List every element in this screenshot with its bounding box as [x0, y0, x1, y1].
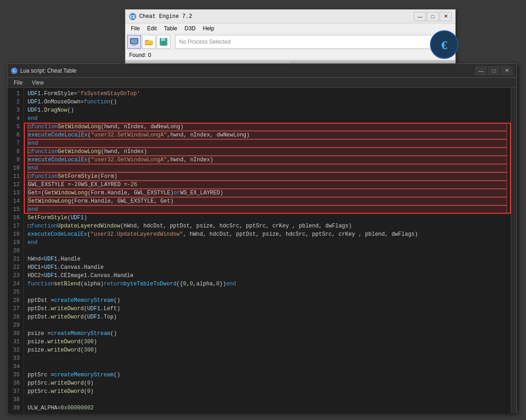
line-number: 23 — [7, 272, 23, 280]
line-number: 12 — [7, 181, 23, 189]
lua-menu-view[interactable]: View — [27, 79, 48, 87]
lua-menu-file[interactable]: File — [9, 79, 27, 87]
line-number: 22 — [7, 263, 23, 272]
line-number: 38 — [7, 396, 23, 404]
code-line: □ function SetWindowLong(hwnd, nIndex, d… — [28, 123, 507, 131]
lua-close-btn[interactable]: ✕ — [501, 66, 513, 75]
lua-maximize-btn[interactable]: □ — [488, 66, 500, 75]
found-label: Found: — [129, 52, 146, 58]
code-line: HDC1=UDF1.Canvas.Handle — [28, 263, 507, 272]
line-number: 37 — [7, 387, 23, 396]
code-line: pptSrc.writeDword(0) — [28, 387, 507, 396]
code-line: pptDst.writeDword(UDF1.Top) — [28, 313, 507, 321]
ce-icon: CE — [129, 13, 136, 20]
code-line — [28, 363, 507, 371]
line-number: 8 — [7, 148, 23, 156]
line-number: 27 — [7, 305, 23, 313]
ce-menu-edit[interactable]: Edit — [143, 23, 160, 34]
code-line — [28, 396, 507, 404]
found-value: 0 — [148, 52, 151, 58]
line-number: 28 — [7, 313, 23, 321]
ce-toolbar-btn3[interactable] — [157, 35, 170, 49]
line-number: 1 — [7, 90, 23, 98]
code-line: hWnd=UDF1.Handle — [28, 255, 507, 263]
line-number: 34 — [7, 363, 23, 371]
process-text: No Process Selected — [179, 39, 231, 45]
line-number: 7 — [7, 139, 23, 148]
scrollbar-vertical[interactable] — [511, 88, 516, 413]
code-line: Get=(GetWindowLong(Form.Handle, GWL_EXST… — [28, 189, 507, 197]
lua-title-text: Lua script: Cheat Table — [20, 68, 77, 74]
ce-found-bar: Found: 0 — [125, 50, 455, 60]
code-line: end — [28, 139, 507, 148]
code-line: psize.writeDword(300) — [28, 346, 507, 354]
line-number: 20 — [7, 247, 23, 255]
lua-minimize-btn[interactable]: — — [475, 66, 487, 75]
ce-close-btn[interactable]: ✕ — [440, 12, 452, 21]
code-line: UpdateLayeredWindow(hWnd, HDC1, pptDst.M… — [28, 412, 507, 413]
ce-minimize-btn[interactable]: — — [414, 12, 426, 21]
code-line: function setBlend(alpha) return byteTabl… — [28, 280, 507, 288]
svg-text:€: € — [441, 39, 447, 52]
computer-icon — [130, 38, 138, 46]
code-line: pptDst.writeDword(UDF1.Left) — [28, 305, 507, 313]
svg-rect-7 — [161, 38, 165, 41]
line-number: 29 — [7, 321, 23, 329]
lua-icon: L — [11, 68, 17, 74]
line-number: 32 — [7, 346, 23, 354]
ce-title-bar: CE Cheat Engine 7.2 — □ ✕ — [125, 10, 455, 23]
ce-maximize-btn[interactable]: □ — [427, 12, 439, 21]
lua-editor: 1234567891011121314151617181920212223242… — [7, 88, 516, 413]
code-line: pptSrc.writeDword(0) — [28, 379, 507, 387]
line-number: 11 — [7, 172, 23, 181]
line-number: 13 — [7, 189, 23, 197]
ce-menu-file[interactable]: File — [127, 23, 143, 34]
line-number: 39 — [7, 404, 23, 412]
ce-menu-table[interactable]: Table — [160, 23, 181, 34]
code-area[interactable]: UDF1.FormStyle='fsSystemStayOnTop'UDF1.O… — [24, 88, 511, 413]
code-line: end — [28, 205, 507, 214]
line-number: 33 — [7, 354, 23, 363]
code-line: psize.writeDword(300) — [28, 338, 507, 346]
code-line: UDF1.FormStyle='fsSystemStayOnTop' — [28, 90, 507, 98]
svg-rect-4 — [133, 44, 136, 45]
code-line — [28, 247, 507, 255]
code-line: UDF1.DragNow() — [28, 106, 507, 114]
code-line: end — [28, 238, 507, 247]
code-line: pptSrc = createMemoryStream() — [28, 371, 507, 379]
line-number: 36 — [7, 379, 23, 387]
ce-menu-help[interactable]: Help — [199, 23, 218, 34]
line-number: 15 — [7, 205, 23, 214]
code-line: ULW_ALPHA=0x00000002 — [28, 404, 507, 412]
process-bar[interactable]: No Process Selected — [175, 35, 453, 49]
code-line — [28, 288, 507, 296]
ce-title-text: Cheat Engine 7.2 — [139, 13, 192, 20]
code-line: executeCodeLocalEx("user32.GetWindowLong… — [28, 156, 507, 164]
svg-rect-5 — [132, 45, 136, 45]
lua-window: L Lua script: Cheat Table — □ ✕ File Vie… — [7, 63, 517, 413]
ce-title-left: CE Cheat Engine 7.2 — [129, 13, 192, 20]
code-line: end — [28, 164, 507, 172]
line-number: 16 — [7, 214, 23, 222]
line-number: 18 — [7, 230, 23, 238]
ce-toolbar-btn1[interactable] — [127, 35, 141, 49]
code-line: □ function SetFormStyle(Form) — [28, 172, 507, 181]
code-line: SetFormStyle(UDF1) — [28, 214, 507, 222]
ce-toolbar-btn2[interactable] — [142, 35, 156, 49]
ce-toolbar: No Process Selected — [125, 34, 455, 50]
code-line: executeCodeLocalEx("user32.SetWindowLong… — [28, 131, 507, 139]
ce-menu-d3d[interactable]: D3D — [181, 23, 199, 34]
code-line: GWL_EXSTYLE = -20 WS_EX_LAYRED = -26 — [28, 181, 507, 189]
lua-title-controls: — □ ✕ — [475, 66, 513, 75]
line-number: 31 — [7, 338, 23, 346]
line-number: 10 — [7, 164, 23, 172]
ce-title-controls: — □ ✕ — [414, 12, 452, 21]
code-line: HDC2=UDF1.CEImage1.Canvas.Handle — [28, 272, 507, 280]
lua-title-bar: L Lua script: Cheat Table — □ ✕ — [7, 64, 516, 78]
line-number: 24 — [7, 280, 23, 288]
code-line: UDF1.OnMouseDown=function() — [28, 98, 507, 106]
code-line: □ function UpdateLayeredWindow(hWnd, hdc… — [28, 222, 507, 230]
code-line: end — [28, 114, 507, 123]
code-line — [28, 354, 507, 363]
line-number: 30 — [7, 329, 23, 338]
